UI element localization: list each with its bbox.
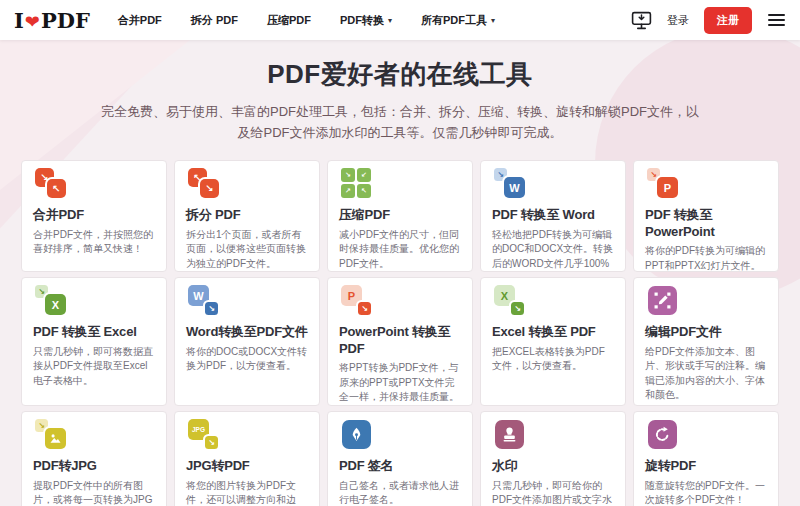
- card-title: PDF 转换至 Word: [492, 207, 614, 224]
- card-desc: 将你的DOC或DOCX文件转换为PDF，以方便查看。: [186, 345, 308, 374]
- card-desc: 随意旋转您的PDF文件。一次旋转多个PDF文件！: [645, 479, 767, 506]
- desktop-download-icon[interactable]: [631, 11, 652, 30]
- tool-card-rotate-pdf[interactable]: 旋转PDF 随意旋转您的PDF文件。一次旋转多个PDF文件！: [633, 411, 779, 506]
- pdf-to-powerpoint-icon: ↘ P: [645, 168, 687, 200]
- card-title: PDF 签名: [339, 458, 461, 475]
- hero-section: PDF爱好者的在线工具 完全免费、易于使用、丰富的PDF处理工具，包括：合并、拆…: [0, 40, 800, 143]
- jpg-to-pdf-icon: JPG ↘: [186, 419, 228, 451]
- card-desc: 合并PDF文件，并按照您的喜好排序，简单又快速！: [33, 228, 155, 257]
- card-title: JPG转PDF: [186, 458, 308, 475]
- card-desc: 自己签名，或者请求他人进行电子签名。: [339, 479, 461, 506]
- word-to-pdf-icon: W ↘: [186, 285, 228, 317]
- tool-card-watermark[interactable]: 水印 只需几秒钟，即可给你的PDF文件添加图片或文字水印。可选择水印的位置、透明…: [480, 411, 626, 506]
- logo-text-i: I: [14, 8, 24, 33]
- pdf-to-jpg-icon: ↘: [33, 419, 75, 451]
- card-title: PDF转JPG: [33, 458, 155, 475]
- tool-card-pdf-to-powerpoint[interactable]: ↘ P PDF 转换至 PowerPoint 将你的PDF转换为可编辑的PPT和…: [633, 160, 779, 272]
- chevron-down-icon: ▾: [491, 16, 495, 25]
- card-title: 旋转PDF: [645, 458, 767, 475]
- card-title: 拆分 PDF: [186, 207, 308, 224]
- split-icon: ↖ ↘: [186, 168, 228, 200]
- chevron-down-icon: ▾: [388, 16, 392, 25]
- tool-card-jpg-to-pdf[interactable]: JPG ↘ JPG转PDF 将您的图片转换为PDF文件，还可以调整方向和边距。: [174, 411, 320, 506]
- nav-compress-pdf[interactable]: 压缩PDF: [267, 13, 311, 28]
- pdf-to-word-icon: ↘ W: [492, 168, 534, 200]
- login-link[interactable]: 登录: [667, 13, 689, 28]
- watermark-icon: [492, 419, 534, 451]
- top-navigation-bar: I❤PDF 合并PDF 拆分 PDF 压缩PDF PDF转换▾ 所有PDF工具▾…: [0, 0, 800, 40]
- heart-icon: ❤: [25, 11, 40, 32]
- main-nav: 合并PDF 拆分 PDF 压缩PDF PDF转换▾ 所有PDF工具▾: [118, 13, 495, 28]
- pdf-to-excel-icon: ↘ X: [33, 285, 75, 317]
- card-desc: 提取PDF文件中的所有图片，或将每一页转换为JPG图片。: [33, 479, 155, 506]
- page-title: PDF爱好者的在线工具: [0, 57, 800, 92]
- compress-icon: ↘ ↙ ↗ ↖: [339, 168, 381, 200]
- card-title: 水印: [492, 458, 614, 475]
- logo-text-pdf: PDF: [41, 8, 90, 33]
- nav-merge-pdf[interactable]: 合并PDF: [118, 13, 162, 28]
- hamburger-menu-icon[interactable]: [767, 11, 786, 30]
- powerpoint-to-pdf-icon: P ↘: [339, 285, 381, 317]
- card-desc: 只需几秒钟，即可给你的PDF文件添加图片或文字水印。可选择水印的位置、透明度和字…: [492, 479, 614, 506]
- card-desc: 将你的PDF转换为可编辑的PPT和PPTX幻灯片文件。: [645, 244, 767, 272]
- merge-icon: ↘ ↖: [33, 168, 75, 200]
- page-subtitle: 完全免费、易于使用、丰富的PDF处理工具，包括：合并、拆分、压缩、转换、旋转和解…: [97, 101, 703, 143]
- excel-to-pdf-icon: X ↘: [492, 285, 534, 317]
- tool-card-pdf-to-jpg[interactable]: ↘ PDF转JPG 提取PDF文件中的所有图片，或将每一页转换为JPG图片。: [21, 411, 167, 506]
- nav-pdf-convert[interactable]: PDF转换▾: [340, 13, 392, 28]
- card-title: 编辑PDF文件: [645, 324, 767, 341]
- card-title: Word转换至PDF文件: [186, 324, 308, 341]
- rotate-pdf-icon: [645, 419, 687, 451]
- card-title: Excel 转换至 PDF: [492, 324, 614, 341]
- card-desc: 将您的图片转换为PDF文件，还可以调整方向和边距。: [186, 479, 308, 506]
- card-desc: 拆分出1个页面，或者所有页面，以便将这些页面转换为独立的PDF文件。: [186, 228, 308, 272]
- sign-pdf-icon: [339, 419, 381, 451]
- card-title: PDF 转换至 PowerPoint: [645, 207, 767, 240]
- card-desc: 给PDF文件添加文本、图片、形状或手写的注释。编辑已添加内容的大小、字体和颜色。: [645, 345, 767, 403]
- tool-card-split-pdf[interactable]: ↖ ↘ 拆分 PDF 拆分出1个页面，或者所有页面，以便将这些页面转换为独立的P…: [174, 160, 320, 272]
- card-desc: 把EXCEL表格转换为PDF文件，以方便查看。: [492, 345, 614, 374]
- edit-pdf-icon: [645, 285, 687, 317]
- header-actions: 登录 注册: [631, 7, 786, 34]
- tool-card-merge-pdf[interactable]: ↘ ↖ 合并PDF 合并PDF文件，并按照您的喜好排序，简单又快速！: [21, 160, 167, 272]
- register-button[interactable]: 注册: [704, 7, 752, 34]
- tool-card-compress-pdf[interactable]: ↘ ↙ ↗ ↖ 压缩PDF 减小PDF文件的尺寸，但同时保持最佳质量。优化您的P…: [327, 160, 473, 272]
- nav-all-pdf-tools[interactable]: 所有PDF工具▾: [421, 13, 495, 28]
- card-title: 合并PDF: [33, 207, 155, 224]
- card-desc: 减小PDF文件的尺寸，但同时保持最佳质量。优化您的PDF文件。: [339, 228, 461, 272]
- tool-card-pdf-to-word[interactable]: ↘ W PDF 转换至 Word 轻松地把PDF转换为可编辑的DOC和DOCX文…: [480, 160, 626, 272]
- card-desc: 只需几秒钟，即可将数据直接从PDF文件提取至Excel 电子表格中。: [33, 345, 155, 389]
- ilovepdf-logo[interactable]: I❤PDF: [14, 8, 90, 33]
- card-desc: 轻松地把PDF转换为可编辑的DOC和DOCX文件。转换后的WORD文件几乎100…: [492, 228, 614, 272]
- tool-card-word-to-pdf[interactable]: W ↘ Word转换至PDF文件 将你的DOC或DOCX文件转换为PDF，以方便…: [174, 277, 320, 406]
- card-title: PDF 转换至 Excel: [33, 324, 155, 341]
- tool-card-powerpoint-to-pdf[interactable]: P ↘ PowerPoint 转换至 PDF 将PPT转换为PDF文件，与原来的…: [327, 277, 473, 406]
- tools-grid: ↘ ↖ 合并PDF 合并PDF文件，并按照您的喜好排序，简单又快速！ ↖ ↘ 拆…: [21, 160, 779, 506]
- nav-split-pdf[interactable]: 拆分 PDF: [191, 13, 238, 28]
- card-title: PowerPoint 转换至 PDF: [339, 324, 461, 357]
- tool-card-sign-pdf[interactable]: PDF 签名 自己签名，或者请求他人进行电子签名。: [327, 411, 473, 506]
- tool-card-pdf-to-excel[interactable]: ↘ X PDF 转换至 Excel 只需几秒钟，即可将数据直接从PDF文件提取至…: [21, 277, 167, 406]
- card-desc: 将PPT转换为PDF文件，与原来的PPT或PPTX文件完全一样，并保持最佳质量。: [339, 361, 461, 405]
- card-title: 压缩PDF: [339, 207, 461, 224]
- tool-card-edit-pdf[interactable]: 编辑PDF文件 给PDF文件添加文本、图片、形状或手写的注释。编辑已添加内容的大…: [633, 277, 779, 406]
- tool-card-excel-to-pdf[interactable]: X ↘ Excel 转换至 PDF 把EXCEL表格转换为PDF文件，以方便查看…: [480, 277, 626, 406]
